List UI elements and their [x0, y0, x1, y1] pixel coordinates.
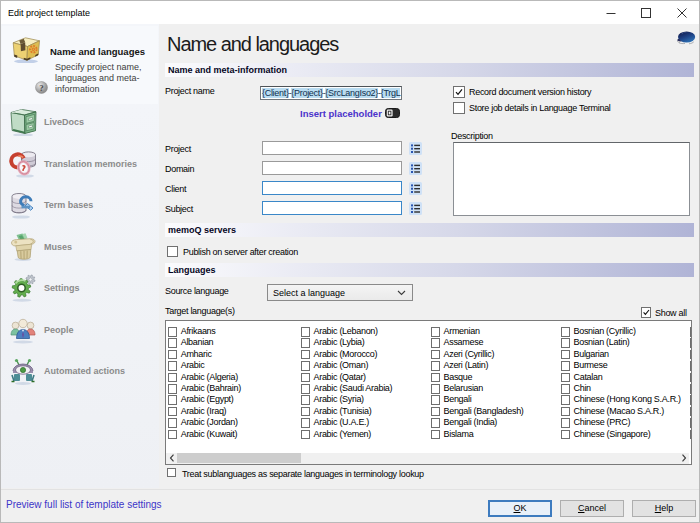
sidebar-item-settings[interactable]: Settings [1, 268, 159, 309]
language-label[interactable]: Arabic (Kuwait) [181, 429, 238, 439]
ok-button[interactable]: OK [488, 500, 552, 517]
language-label[interactable]: Amharic [181, 349, 212, 359]
language-label[interactable]: Arabic (Algeria) [181, 372, 238, 382]
language-checkbox-clipped[interactable] [690, 384, 693, 394]
language-label[interactable]: Arabic (Qatar) [314, 372, 366, 382]
language-checkbox-clipped[interactable] [690, 338, 693, 348]
language-checkbox[interactable] [301, 430, 311, 440]
language-label[interactable]: Bosnian (Cyrillic) [574, 326, 636, 336]
language-label[interactable]: Arabic (U.A.E.) [314, 417, 370, 427]
scroll-right-arrow[interactable] [678, 453, 689, 464]
target-languages-list[interactable]: AfrikaansAlbanianAmharicArabicArabic (Al… [165, 320, 692, 465]
language-checkbox[interactable] [431, 407, 441, 417]
language-label[interactable]: Bengali [444, 394, 472, 404]
language-label[interactable]: Belarusian [444, 383, 484, 393]
treat-sublanguages-checkbox[interactable] [167, 468, 177, 478]
language-checkbox[interactable] [301, 418, 311, 428]
language-checkbox[interactable] [431, 418, 441, 428]
language-label[interactable]: Arabic (Syria) [314, 394, 364, 404]
language-checkbox[interactable] [301, 407, 311, 417]
language-label[interactable]: Arabic (Lebanon) [314, 326, 378, 336]
language-checkbox[interactable] [561, 430, 571, 440]
language-label[interactable]: Basque [444, 372, 473, 382]
language-label[interactable]: Bengali (India) [444, 417, 498, 427]
language-label[interactable]: Arabic (Iraq) [181, 406, 227, 416]
description-textarea[interactable] [453, 142, 690, 216]
minimize-button[interactable] [594, 1, 628, 25]
sidebar-item-people[interactable]: People [1, 309, 159, 350]
pick-list-icon[interactable] [409, 182, 422, 195]
language-label[interactable]: Chinese (Singapore) [574, 429, 651, 439]
language-label[interactable]: Bislama [444, 429, 474, 439]
language-checkbox[interactable] [431, 327, 441, 337]
language-checkbox[interactable] [301, 361, 311, 371]
sidebar-item-muses[interactable]: Muses [1, 226, 159, 267]
language-label[interactable]: Arabic [181, 360, 205, 370]
language-checkbox[interactable] [561, 384, 571, 394]
language-checkbox[interactable] [561, 327, 571, 337]
pick-list-icon[interactable] [409, 162, 422, 175]
pick-list-icon[interactable] [409, 142, 422, 155]
horizontal-scrollbar[interactable] [166, 453, 689, 464]
language-checkbox[interactable] [301, 350, 311, 360]
language-checkbox[interactable] [431, 384, 441, 394]
language-label[interactable]: Arabic (Morocco) [314, 349, 378, 359]
field-input-subject[interactable] [262, 201, 402, 215]
language-checkbox[interactable] [168, 395, 178, 405]
language-checkbox[interactable] [561, 350, 571, 360]
language-label[interactable]: Bosnian (Latin) [574, 337, 630, 347]
language-checkbox[interactable] [168, 373, 178, 383]
language-label[interactable]: Afrikaans [181, 326, 216, 336]
language-label[interactable]: Chinese (PRC) [574, 417, 631, 427]
language-label[interactable]: Bulgarian [574, 349, 609, 359]
field-input-domain[interactable] [262, 161, 402, 175]
sidebar-item-translation-memories[interactable]: Translation memories [1, 143, 159, 184]
help-button[interactable]: Help [632, 500, 696, 517]
language-checkbox-clipped[interactable] [690, 418, 693, 428]
language-label[interactable]: Azeri (Cyrillic) [444, 349, 495, 359]
language-checkbox-clipped[interactable] [690, 373, 693, 383]
scrollbar-thumb[interactable] [177, 453, 301, 463]
language-label[interactable]: Arabic (Oman) [314, 360, 369, 370]
language-label[interactable]: Armenian [444, 326, 480, 336]
language-label[interactable]: Arabic (Egypt) [181, 394, 234, 404]
cancel-button[interactable]: Cancel [560, 500, 624, 517]
language-label[interactable]: Arabic (Bahrain) [181, 383, 241, 393]
source-language-select[interactable]: Select a language [267, 284, 413, 301]
language-checkbox[interactable] [561, 338, 571, 348]
language-checkbox[interactable] [301, 338, 311, 348]
language-checkbox[interactable] [301, 395, 311, 405]
language-checkbox[interactable] [168, 407, 178, 417]
language-checkbox-clipped[interactable] [690, 430, 693, 440]
language-label[interactable]: Assamese [444, 337, 484, 347]
language-checkbox[interactable] [431, 361, 441, 371]
language-checkbox[interactable] [168, 361, 178, 371]
record-version-checkbox[interactable] [453, 86, 465, 98]
publish-on-server-checkbox[interactable] [167, 246, 179, 258]
language-checkbox[interactable] [561, 395, 571, 405]
language-checkbox[interactable] [168, 384, 178, 394]
language-checkbox[interactable] [301, 384, 311, 394]
language-label[interactable]: Azeri (Latin) [444, 360, 489, 370]
field-input-project[interactable] [262, 141, 402, 155]
language-label[interactable]: Arabic (Lybia) [314, 337, 365, 347]
language-label[interactable]: Chin [574, 383, 591, 393]
maximize-button[interactable] [629, 1, 663, 25]
language-checkbox-clipped[interactable] [690, 350, 693, 360]
language-checkbox[interactable] [431, 338, 441, 348]
placeholder-toggle-icon[interactable] [385, 108, 400, 118]
language-label[interactable]: Arabic (Jordan) [181, 417, 238, 427]
language-checkbox-clipped[interactable] [690, 361, 693, 371]
language-checkbox[interactable] [561, 361, 571, 371]
language-label[interactable]: Chinese (Hong Kong S.A.R.) [574, 394, 681, 404]
language-label[interactable]: Burmese [574, 360, 608, 370]
language-checkbox-clipped[interactable] [690, 395, 693, 405]
language-label[interactable]: Bengali (Bangladesh) [444, 406, 524, 416]
language-label[interactable]: Arabic (Saudi Arabia) [314, 383, 393, 393]
language-label[interactable]: Arabic (Tunisia) [314, 406, 372, 416]
language-checkbox[interactable] [301, 373, 311, 383]
language-checkbox[interactable] [561, 373, 571, 383]
language-checkbox[interactable] [431, 395, 441, 405]
language-checkbox[interactable] [168, 430, 178, 440]
language-label[interactable]: Catalan [574, 372, 603, 382]
